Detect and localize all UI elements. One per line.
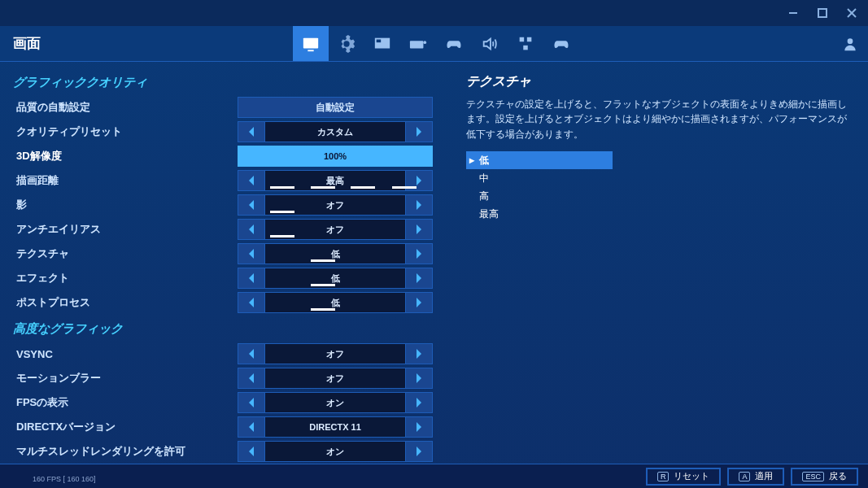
arrow-right-button[interactable] bbox=[406, 268, 432, 288]
setting-control: 低 bbox=[238, 292, 433, 313]
arrow-left-button[interactable] bbox=[238, 442, 264, 461]
minimize-button[interactable] bbox=[783, 3, 803, 23]
back-button[interactable]: ESC戻る bbox=[791, 468, 858, 486]
svg-point-13 bbox=[848, 38, 853, 44]
tab-gear[interactable] bbox=[329, 26, 364, 61]
description-text: テクスチャの設定を上げると、フラットなオブジェクトの表面をよりきめ細かに描画しま… bbox=[466, 97, 853, 142]
page-title: 画面 bbox=[0, 26, 146, 61]
setting-control: 低 bbox=[238, 243, 433, 264]
arrow-left-button[interactable] bbox=[238, 368, 264, 388]
arrow-right-button[interactable] bbox=[406, 220, 432, 239]
maximize-button[interactable] bbox=[813, 3, 832, 23]
arrow-right-button[interactable] bbox=[406, 417, 432, 437]
arrow-right-button[interactable] bbox=[406, 122, 432, 142]
description-option[interactable]: ▸低 bbox=[466, 151, 613, 169]
arrow-right-button[interactable] bbox=[406, 146, 432, 166]
section-title: グラフィッククオリティ bbox=[10, 68, 451, 95]
setting-value[interactable]: オフ bbox=[264, 220, 406, 239]
arrow-right-button[interactable] bbox=[406, 368, 432, 388]
setting-value[interactable]: 最高 bbox=[264, 171, 406, 190]
description-option[interactable]: 最高 bbox=[466, 205, 613, 223]
setting-label: 描画距離 bbox=[10, 173, 238, 188]
svg-rect-10 bbox=[520, 37, 525, 41]
setting-value[interactable]: オン bbox=[264, 393, 406, 412]
setting-value[interactable]: 100% bbox=[264, 146, 406, 166]
tab-game[interactable] bbox=[364, 26, 400, 61]
arrow-left-button[interactable] bbox=[238, 293, 264, 312]
arrow-right-button[interactable] bbox=[406, 393, 432, 412]
svg-rect-1 bbox=[818, 9, 827, 17]
arrow-left-button[interactable] bbox=[238, 146, 264, 166]
tab-keyboard[interactable] bbox=[400, 26, 436, 61]
setting-value[interactable]: オフ bbox=[264, 195, 406, 215]
arrow-left-button[interactable] bbox=[238, 344, 264, 364]
setting-label: DIRECTXバージョン bbox=[10, 420, 238, 434]
arrow-left-button[interactable] bbox=[238, 195, 264, 215]
setting-row: エフェクト低 bbox=[10, 266, 451, 290]
reset-button[interactable]: Rリセット bbox=[646, 468, 722, 486]
arrow-right-button[interactable] bbox=[406, 195, 432, 215]
tab-controller[interactable] bbox=[436, 26, 472, 61]
setting-value[interactable]: オフ bbox=[264, 344, 406, 364]
description-option[interactable]: 中 bbox=[466, 169, 613, 187]
tab-input[interactable] bbox=[543, 26, 579, 61]
setting-row: マルチスレッドレンダリングを許可オン bbox=[10, 439, 451, 464]
svg-point-9 bbox=[423, 41, 426, 44]
tab-account[interactable] bbox=[832, 26, 868, 61]
option-label: 低 bbox=[476, 154, 489, 168]
option-label: 高 bbox=[476, 190, 489, 203]
tab-audio[interactable] bbox=[472, 26, 508, 61]
option-label: 最高 bbox=[476, 207, 499, 221]
section-title: 高度なグラフィック bbox=[10, 315, 451, 342]
tab-display[interactable] bbox=[293, 26, 329, 61]
header-tabs bbox=[293, 26, 579, 61]
description-title: テクスチャ bbox=[466, 73, 853, 90]
setting-label: 3D解像度 bbox=[10, 149, 238, 163]
arrow-right-button[interactable] bbox=[406, 244, 432, 264]
arrow-right-button[interactable] bbox=[406, 442, 432, 461]
fps-counter: 160 FPS [ 160 160] bbox=[33, 475, 96, 483]
svg-rect-4 bbox=[303, 37, 318, 48]
setting-control: 低 bbox=[238, 268, 433, 289]
arrow-left-button[interactable] bbox=[238, 171, 264, 190]
setting-value[interactable]: カスタム bbox=[264, 122, 406, 142]
setting-label: 品質の自動設定 bbox=[10, 100, 238, 115]
setting-row: 影オフ bbox=[10, 193, 451, 217]
arrow-right-button[interactable] bbox=[406, 293, 432, 312]
setting-row: DIRECTXバージョンDIRECTX 11 bbox=[10, 415, 451, 439]
setting-control: オフ bbox=[238, 219, 433, 240]
arrow-left-button[interactable] bbox=[238, 122, 264, 142]
setting-label: ポストプロセス bbox=[10, 295, 238, 310]
setting-control: オン bbox=[238, 392, 433, 413]
arrow-left-button[interactable] bbox=[238, 417, 264, 437]
svg-rect-12 bbox=[523, 45, 528, 50]
setting-label: アンチエイリアス bbox=[10, 222, 238, 237]
setting-control: カスタム bbox=[238, 121, 433, 142]
setting-value[interactable]: オフ bbox=[264, 368, 406, 388]
setting-value[interactable]: 低 bbox=[264, 268, 406, 288]
close-button[interactable] bbox=[842, 3, 861, 23]
setting-label: FPSの表示 bbox=[10, 395, 238, 410]
description-option[interactable]: 高 bbox=[466, 187, 613, 205]
svg-rect-5 bbox=[308, 50, 313, 51]
setting-value[interactable]: 低 bbox=[264, 244, 406, 264]
setting-row: 描画距離最高 bbox=[10, 168, 451, 193]
setting-row: 品質の自動設定自動設定 bbox=[10, 95, 451, 120]
setting-control: オフ bbox=[238, 194, 433, 216]
arrow-left-button[interactable] bbox=[238, 268, 264, 288]
auto-set-button[interactable]: 自動設定 bbox=[238, 101, 432, 115]
arrow-left-button[interactable] bbox=[238, 393, 264, 412]
setting-label: VSYNC bbox=[10, 348, 238, 360]
setting-label: エフェクト bbox=[10, 271, 238, 285]
header: 画面 bbox=[0, 26, 868, 62]
setting-value[interactable]: 低 bbox=[264, 293, 406, 312]
arrow-right-button[interactable] bbox=[406, 344, 432, 364]
setting-value[interactable]: DIRECTX 11 bbox=[264, 417, 406, 437]
arrow-left-button[interactable] bbox=[238, 244, 264, 264]
apply-button[interactable]: A適用 bbox=[727, 468, 784, 486]
setting-label: テクスチャ bbox=[10, 246, 238, 261]
tab-accessibility[interactable] bbox=[508, 26, 543, 61]
setting-control: オフ bbox=[238, 343, 433, 364]
arrow-left-button[interactable] bbox=[238, 220, 264, 239]
setting-value[interactable]: オン bbox=[264, 442, 406, 461]
